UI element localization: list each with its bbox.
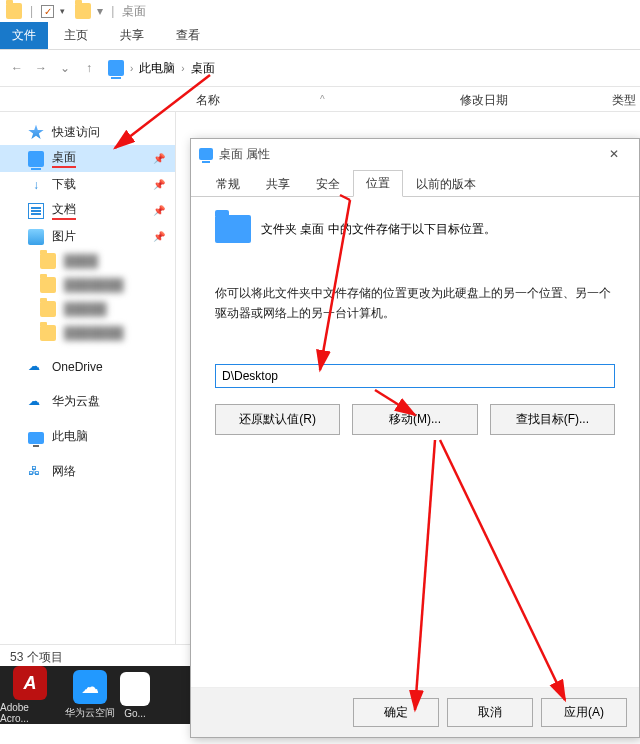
nav-label: 图片 [52,228,76,245]
sort-indicator: ^ [320,94,325,105]
nav-pinned-folder[interactable]: █████ [0,297,175,321]
nav-pictures[interactable]: 图片 📌 [0,224,175,249]
nav-desktop[interactable]: 桌面 📌 [0,145,175,172]
col-date[interactable]: 修改日期 [460,92,508,109]
history-dropdown[interactable]: ⌄ [54,57,76,79]
taskbar-app-google[interactable]: Go... [120,666,150,724]
dialog-titlebar[interactable]: 桌面 属性 ✕ [191,139,639,169]
desktop-icon [199,148,213,160]
info-text: 文件夹 桌面 中的文件存储于以下目标位置。 [261,221,496,238]
check-icon[interactable]: ✓ [41,5,54,18]
nav-onedrive[interactable]: ☁OneDrive [0,355,175,379]
dialog-footer: 确定 取消 应用(A) [191,687,639,737]
pin-icon: 📌 [153,205,165,216]
up-button[interactable]: ↑ [78,57,100,79]
thispc-icon [108,60,124,76]
network-icon: 🖧 [28,464,44,480]
pc-icon [28,432,44,444]
folder-large-icon [215,215,251,243]
nav-documents[interactable]: 文档 📌 [0,197,175,224]
description-text: 你可以将此文件夹中文件存储的位置更改为此硬盘上的另一个位置、另一个驱动器或网络上… [215,283,615,324]
nav-thispc[interactable]: 此电脑 [0,424,175,449]
pin-icon: 📌 [153,153,165,164]
find-target-button[interactable]: 查找目标(F)... [490,404,615,435]
adobe-icon: A [13,666,47,700]
tab-file[interactable]: 文件 [0,22,48,49]
nav-label: ███████ [64,326,124,340]
chevron-right-icon-2: › [181,63,184,74]
nav-label: ███████ [64,278,124,292]
nav-downloads[interactable]: ↓ 下载 📌 [0,172,175,197]
document-icon [28,203,44,219]
dialog-body: 文件夹 桌面 中的文件存储于以下目标位置。 你可以将此文件夹中文件存储的位置更改… [191,197,639,687]
folder-icon [6,3,22,19]
nav-huawei-cloud[interactable]: ☁华为云盘 [0,389,175,414]
nav-label: OneDrive [52,360,103,374]
star-icon [28,125,44,141]
tab-previous-versions[interactable]: 以前的版本 [403,171,489,197]
qat-overflow[interactable]: ▾ [97,4,103,18]
cancel-button[interactable]: 取消 [447,698,533,727]
col-type[interactable]: 类型 [612,92,636,109]
nav-sidebar: 快速访问 桌面 📌 ↓ 下载 📌 文档 📌 图片 📌 ████ ███████ … [0,112,176,644]
forward-button[interactable]: → [30,57,52,79]
pin-icon: 📌 [153,179,165,190]
nav-label: █████ [64,302,107,316]
properties-dialog: 桌面 属性 ✕ 常规 共享 安全 位置 以前的版本 文件夹 桌面 中的文件存储于… [190,138,640,738]
dialog-title: 桌面 属性 [219,146,270,163]
nav-label: 桌面 [52,149,76,168]
tab-security[interactable]: 安全 [303,171,353,197]
ok-button[interactable]: 确定 [353,698,439,727]
folder-icon [40,253,56,269]
nav-label: ████ [64,254,98,268]
chevron-right-icon: › [130,63,133,74]
pictures-icon [28,229,44,245]
move-button[interactable]: 移动(M)... [352,404,477,435]
restore-default-button[interactable]: 还原默认值(R) [215,404,340,435]
back-button[interactable]: ← [6,57,28,79]
tab-view[interactable]: 查看 [160,21,216,50]
tab-share[interactable]: 共享 [104,21,160,50]
folder-icon [40,301,56,317]
nav-quick-access[interactable]: 快速访问 [0,120,175,145]
taskbar-app-adobe[interactable]: A Adobe Acro... [0,666,60,724]
tab-share[interactable]: 共享 [253,171,303,197]
folder-icon [40,277,56,293]
location-path-input[interactable] [215,364,615,388]
nav-pinned-folder[interactable]: ███████ [0,273,175,297]
taskbar-app-huawei[interactable]: ☁ 华为云空间 [60,666,120,724]
nav-label: 文档 [52,201,76,220]
separator: | [30,4,33,18]
nav-toolbar: ← → ⌄ ↑ › 此电脑 › 桌面 [0,50,640,86]
folder-icon [40,325,56,341]
download-icon: ↓ [28,177,44,193]
nav-label: 网络 [52,463,76,480]
breadcrumb-leaf[interactable]: 桌面 [191,60,215,77]
window-title: 桌面 [122,3,146,20]
desktop-icon [28,151,44,167]
app-label: Adobe Acro... [0,702,60,724]
tab-general[interactable]: 常规 [203,171,253,197]
ribbon-tabs: 文件 主页 共享 查看 [0,22,640,50]
tab-home[interactable]: 主页 [48,21,104,50]
app-label: 华为云空间 [65,706,115,720]
tab-location[interactable]: 位置 [353,170,403,197]
separator-2: | [111,4,114,18]
item-count: 53 个项目 [10,650,63,664]
col-name[interactable]: 名称 [196,92,220,109]
apply-button[interactable]: 应用(A) [541,698,627,727]
huawei-cloud-icon: ☁ [73,670,107,704]
close-button[interactable]: ✕ [597,142,631,166]
address-bar[interactable]: › 此电脑 › 桌面 [108,60,215,77]
nav-label: 下载 [52,176,76,193]
dialog-tabs: 常规 共享 安全 位置 以前的版本 [191,169,639,197]
cloud-icon: ☁ [28,394,44,410]
pin-icon: 📌 [153,231,165,242]
nav-pinned-folder[interactable]: ███████ [0,321,175,345]
breadcrumb-root[interactable]: 此电脑 [139,60,175,77]
chevron-down-icon[interactable]: ▾ [60,6,65,16]
nav-pinned-folder[interactable]: ████ [0,249,175,273]
nav-network[interactable]: 🖧网络 [0,459,175,484]
nav-label: 快速访问 [52,124,100,141]
nav-label: 华为云盘 [52,393,100,410]
